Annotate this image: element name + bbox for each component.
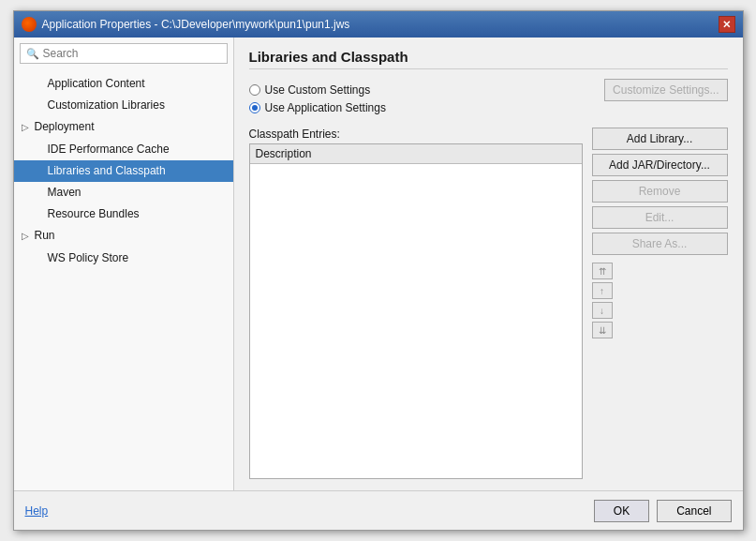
radio-group: Use Custom Settings Customize Settings..… [249,79,728,118]
tree-item-label: Deployment [35,120,95,133]
arrow-top-button[interactable]: ⇈ [592,263,613,279]
tree-item-deployment[interactable]: ▷ Deployment [14,116,233,138]
tree-item-application-content[interactable]: Application Content [14,73,233,95]
tree-item-label: Application Content [48,77,145,90]
app-icon [22,17,37,32]
expand-icon: ▷ [22,120,33,135]
tree-item-customization-libraries[interactable]: Customization Libraries [14,95,233,116]
tree-item-resource-bundles[interactable]: Resource Bundles [14,203,233,225]
classpath-body [250,164,582,478]
title-bar: Application Properties - C:\JDeveloper\m… [14,11,743,38]
arrows-section: ⇈ ↑ ↓ ⇊ [592,263,728,338]
classpath-table: Description [249,143,583,479]
cancel-button[interactable]: Cancel [657,500,731,522]
right-panel: Libraries and Classpath Use Custom Setti… [234,38,743,490]
application-properties-dialog: Application Properties - C:\JDeveloper\m… [13,10,744,531]
left-panel: 🔍 Application ContentCustomization Libra… [14,38,234,490]
classpath-left: Classpath Entries: Description [249,128,583,479]
customize-settings-button[interactable]: Customize Settings... [604,79,727,101]
radio-application-settings[interactable] [249,102,260,113]
tree-item-label: Customization Libraries [48,98,165,112]
tree-item-run[interactable]: ▷ Run [14,225,233,247]
tree-item-ide-performance-cache[interactable]: IDE Performance Cache [14,139,233,160]
close-button[interactable]: ✕ [719,16,735,33]
add-jar-button[interactable]: Add JAR/Directory... [592,154,728,176]
tree-item-label: Run [35,229,55,242]
tree-item-maven[interactable]: Maven [14,182,233,203]
title-bar-left: Application Properties - C:\JDeveloper\m… [22,17,350,32]
classpath-header: Description [250,144,582,164]
radio-row-custom: Use Custom Settings Customize Settings..… [249,79,728,101]
tree-item-ws-policy-store[interactable]: WS Policy Store [14,248,233,269]
tree-item-label: Maven [48,186,82,199]
tree-container: Application ContentCustomization Librari… [14,69,233,490]
search-input[interactable] [43,47,221,60]
dialog-title: Application Properties - C:\JDeveloper\m… [42,18,350,31]
add-library-button[interactable]: Add Library... [592,128,728,150]
search-icon: 🔍 [26,48,39,60]
classpath-buttons: Add Library... Add JAR/Directory... Remo… [592,128,728,479]
footer: Help OK Cancel [14,490,743,530]
arrow-bottom-button[interactable]: ⇊ [592,322,613,338]
tree-item-label: IDE Performance Cache [48,143,170,156]
share-as-button[interactable]: Share As... [592,233,728,255]
classpath-section: Classpath Entries: Description Add Libra… [249,128,728,479]
tree-item-label: WS Policy Store [48,251,129,264]
main-content: 🔍 Application ContentCustomization Libra… [14,38,743,490]
radio-custom-label: Use Custom Settings [265,83,371,97]
classpath-label: Classpath Entries: [249,128,583,141]
radio-custom-settings[interactable] [249,84,260,96]
dialog-body: 🔍 Application ContentCustomization Libra… [14,38,743,530]
tree-item-label: Libraries and Classpath [48,164,166,177]
footer-right: OK Cancel [594,500,732,522]
ok-button[interactable]: OK [594,500,649,522]
search-box[interactable]: 🔍 [20,43,228,64]
custom-settings-row: Use Custom Settings [249,83,371,97]
edit-button[interactable]: Edit... [592,206,728,229]
arrow-down-button[interactable]: ↓ [592,302,613,319]
radio-row-application: Use Application Settings [249,101,728,114]
expand-icon: ▷ [22,229,33,244]
help-link[interactable]: Help [25,504,49,518]
arrow-up-button[interactable]: ↑ [592,282,613,299]
tree-item-label: Resource Bundles [48,207,140,220]
radio-application-label: Use Application Settings [265,101,386,114]
footer-left: Help [25,504,49,518]
remove-button[interactable]: Remove [592,180,728,203]
tree-item-libraries-classpath[interactable]: Libraries and Classpath [14,160,233,182]
section-title: Libraries and Classpath [249,49,728,69]
